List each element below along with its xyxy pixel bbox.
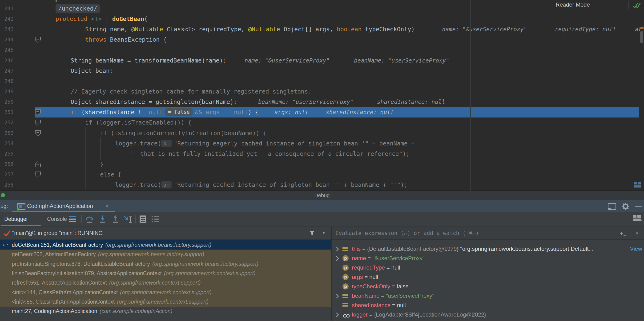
active-tab-underline — [1, 225, 41, 226]
variable-row-requiredType[interactable]: prequiredType = null — [332, 263, 644, 272]
show-execution-point-icon[interactable] — [68, 215, 77, 224]
code-line-256[interactable]: } — [0, 159, 644, 169]
fold-marker[interactable] — [35, 130, 41, 136]
variable-text: logger = {LogAdapter$Slf4jLocationAwareL… — [352, 310, 486, 319]
toolwindow-label: ug: — [0, 200, 8, 212]
view-value-link[interactable]: View — [630, 244, 642, 254]
variable-row-logger[interactable]: logger = {LogAdapter$Slf4jLocationAwareL… — [332, 310, 644, 319]
code-line-257[interactable]: else { — [0, 169, 644, 180]
code-text: String beanName = transformedBeanName(na… — [70, 55, 226, 66]
inline-debugger-hint: beanName: "userServiceProxy" — [258, 97, 354, 107]
step-over-icon[interactable] — [85, 215, 94, 224]
stack-frame[interactable]: finishBeanFactoryInitialization:879, Abs… — [0, 269, 332, 278]
inline-debugger-hint: sharedInstance: null — [326, 107, 394, 118]
frame-package: (com.example.codingInAction) — [100, 308, 172, 314]
variable-row-args[interactable]: pargs = null — [332, 272, 644, 282]
code-line-252[interactable]: if (logger.isTraceEnabled()) { — [0, 118, 644, 128]
variable-name: beanName — [352, 293, 380, 299]
code-editor[interactable]: 2412422432442452462472482492502512522532… — [0, 0, 644, 191]
stack-frame[interactable]: main:27, CodingInActionApplication(com.e… — [0, 307, 332, 316]
code-line-247[interactable]: Object bean; — [0, 66, 644, 76]
chevron-right-icon[interactable] — [334, 256, 339, 261]
chevron-down-icon[interactable]: ▼ — [322, 227, 326, 239]
chevron-right-icon[interactable] — [334, 313, 339, 317]
fold-marker[interactable] — [35, 37, 41, 43]
stack-frame[interactable]: refresh:551, AbstractApplicationContext(… — [0, 278, 332, 288]
header-separator — [628, 1, 628, 9]
frame-package: (org.springframework.context.support) — [109, 280, 201, 286]
evaluate-expression-icon[interactable] — [138, 215, 148, 224]
fold-marker[interactable] — [35, 171, 41, 178]
code-line-254[interactable]: logger.trace(o:"Returning eagerly cached… — [0, 139, 644, 149]
code-line-249[interactable]: // Eagerly check singleton cache for man… — [0, 86, 644, 97]
editor-widget-icon[interactable] — [634, 182, 642, 188]
inline-debugger-hint: args: null — [274, 107, 308, 118]
code-line-245[interactable] — [0, 45, 644, 55]
evaluate-expression-row[interactable]: Evaluate expression (↵) or add a watch (… — [332, 227, 644, 240]
gear-icon[interactable] — [622, 203, 630, 210]
tab-console[interactable]: Console — [47, 212, 67, 226]
stack-frame[interactable]: preInstantiateSingletons:878, DefaultLis… — [0, 259, 332, 269]
hide-toolwindow-icon[interactable] — [635, 206, 642, 207]
stack-frame[interactable]: getBean:202, AbstractBeanFactory(org.spr… — [0, 250, 332, 259]
code-line-248[interactable] — [0, 76, 644, 86]
thread-status-row[interactable]: "main"@1 in group "main": RUNNING ▼ — [0, 227, 332, 240]
right-margin-guide — [470, 0, 471, 191]
reader-mode-label[interactable]: Reader Mode — [556, 1, 590, 8]
thread-status-text: "main"@1 in group "main": RUNNING — [12, 227, 103, 239]
run-to-cursor-icon[interactable] — [123, 215, 132, 224]
variable-row-this[interactable]: this = {DefaultListableBeanFactory@1979}… — [332, 244, 644, 254]
inline-debugger-hint: name: "&userServiceProxy" — [442, 24, 527, 34]
fold-marker[interactable] — [35, 161, 41, 167]
layout-settings-icon[interactable]: ▼ — [633, 215, 642, 224]
code-line-246[interactable]: String beanName = transformedBeanName(na… — [0, 55, 644, 66]
code-line-258[interactable]: logger.trace(o:"Returning cached instanc… — [0, 180, 644, 190]
code-line-244[interactable]: throws BeansException { — [0, 34, 644, 45]
execution-point-icon: ↩ — [3, 240, 8, 250]
chevron-right-icon[interactable] — [334, 294, 339, 299]
step-into-icon[interactable] — [98, 215, 107, 224]
code-line-241[interactable]: /unchecked/ — [0, 3, 644, 14]
bars-glyph — [342, 294, 348, 298]
close-tab-icon[interactable]: × — [106, 200, 109, 211]
variable-row-typeCheckOnly[interactable]: ptypeCheckOnly = false — [332, 282, 644, 291]
code-line-243[interactable]: String name, @Nullable Class<T> required… — [0, 24, 644, 34]
stack-frame[interactable]: ↩doGetBean:251, AbstractBeanFactory(org.… — [0, 240, 332, 250]
fold-marker[interactable] — [35, 109, 41, 115]
variable-text: typeCheckOnly = false — [352, 282, 408, 291]
editor-scrollbar[interactable] — [639, 0, 644, 191]
fold-marker[interactable] — [35, 120, 41, 126]
variable-row-beanName[interactable]: beanName = "userServiceProxy" — [332, 291, 644, 301]
filter-funnel-icon[interactable] — [309, 230, 316, 237]
frame-package: (org.springframework.beans.factory.suppo… — [98, 251, 204, 257]
code-text: protected <T> T doGetBean( — [56, 14, 148, 24]
debugger-toolbar: Debugger Console — [0, 212, 644, 227]
variable-name: this — [352, 246, 360, 252]
error-stripe-mark[interactable] — [640, 27, 644, 29]
view-options-icon[interactable] — [151, 215, 160, 224]
stack-frame[interactable]: <init>:85, ClassPathXmlApplicationContex… — [0, 297, 332, 307]
code-line-253[interactable]: if (isSingletonCurrentlyInCreation(beanN… — [0, 128, 644, 139]
variable-row-name[interactable]: pname = "&userServiceProxy" — [332, 254, 644, 263]
frame-package: (org.springframework.beans.factory.suppo… — [152, 261, 258, 267]
scrollbar-thumb[interactable] — [640, 31, 643, 43]
code-line-251[interactable]: if (sharedInstance != null= false&& args… — [0, 107, 644, 118]
chevron-right-icon[interactable] — [334, 247, 339, 251]
chevron-down-icon[interactable]: ▼ — [635, 227, 639, 239]
chevron-down-icon: ▼ — [639, 219, 643, 223]
code-text: /unchecked/ — [56, 3, 100, 14]
float-window-icon[interactable] — [608, 203, 616, 210]
variable-text: requiredType = null — [352, 263, 400, 272]
session-tab[interactable]: CodingInActionApplication × — [12, 200, 115, 212]
variable-row-sharedInstance[interactable]: sharedInstance = null — [332, 301, 644, 310]
step-out-icon[interactable] — [111, 215, 120, 224]
add-watch-icon[interactable]: +∞ — [620, 227, 626, 242]
tab-debugger[interactable]: Debugger — [4, 212, 28, 226]
code-line-250[interactable]: Object sharedInstance = getSingleton(bea… — [0, 97, 644, 107]
code-text: Object sharedInstance = getSingleton(bea… — [70, 97, 237, 107]
stack-frame[interactable]: <init>:144, ClassPathXmlApplicationConte… — [0, 288, 332, 297]
code-text: Object bean; — [70, 66, 113, 76]
code-text: else { — [100, 169, 121, 180]
code-line-255[interactable]: "' that is not fully initialized yet - a… — [0, 149, 644, 159]
code-line-242[interactable]: protected <T> T doGetBean( — [0, 14, 644, 24]
